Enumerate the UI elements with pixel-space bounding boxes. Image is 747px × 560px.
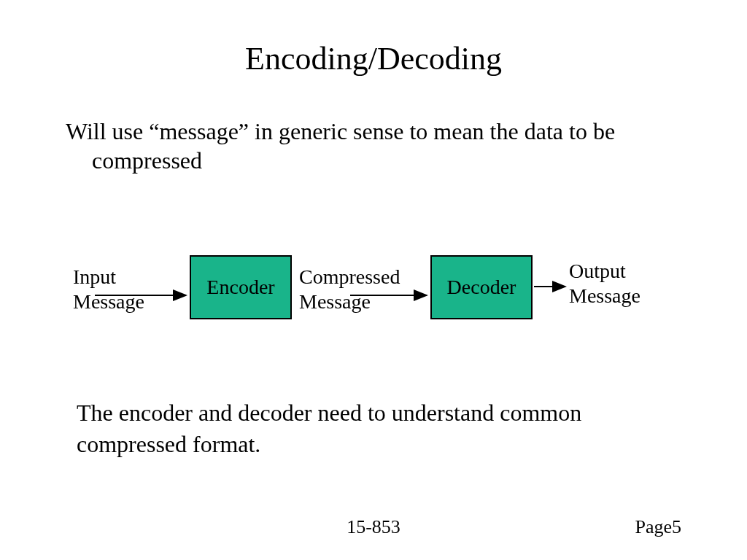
compressed-message-label: CompressedMessage (299, 265, 423, 314)
intro-text: Will use “message” in generic sense to m… (66, 117, 712, 175)
encoding-diagram: InputMessage Encoder CompressedMessage D… (66, 252, 700, 346)
slide-title: Encoding/Decoding (0, 40, 747, 77)
output-message-label: OutputMessage (569, 259, 671, 308)
slide: Encoding/Decoding Will use “message” in … (0, 0, 747, 560)
decoder-box-label: Decoder (447, 276, 516, 299)
footer-page-number: Page5 (635, 516, 681, 538)
conclusion-text: The encoder and decoder need to understa… (77, 397, 660, 460)
encoder-box-label: Encoder (206, 276, 274, 299)
encoder-box: Encoder (190, 255, 292, 319)
decoder-box: Decoder (430, 255, 533, 319)
input-message-label: InputMessage (73, 265, 160, 314)
